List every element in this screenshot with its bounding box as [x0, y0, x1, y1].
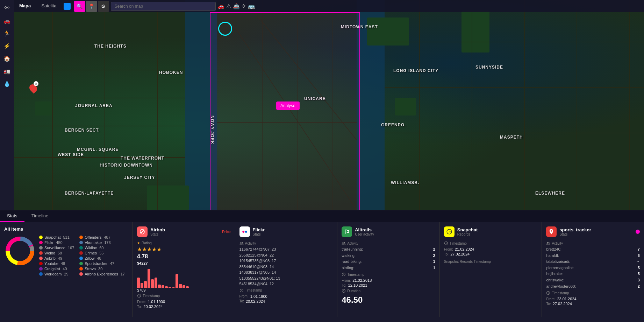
- items-col-2: Offenders 487 Vkontakte 173 Wikiloc 60: [79, 235, 125, 313]
- snapchat-from-row: From: 21.02.2024: [444, 247, 538, 251]
- lightning-icon[interactable]: ⚡: [2, 41, 12, 51]
- snapchat-logo: [444, 226, 455, 237]
- sports-app-name: sports_tracker: [559, 227, 633, 232]
- flickr-activity-list: 116672744@N07: 23 25582125@N04: 22 10154…: [239, 246, 333, 287]
- svg-rect-5: [395, 98, 416, 115]
- alltrails-logo: [342, 226, 352, 237]
- item-sportstracker: Sportstracker 47: [79, 261, 125, 266]
- truck-icon[interactable]: 🚛: [2, 66, 12, 76]
- airbnb-subtitle: Stats: [150, 232, 219, 236]
- transport-icons: 🚗 ⚠ 🚢 ✈ 🚌: [217, 3, 255, 9]
- snapchat-to-row: To: 27.02.2024: [444, 252, 538, 256]
- crimes-dot: [79, 251, 83, 255]
- snapchat-timestamp-section: Timestamp: [444, 241, 538, 245]
- flickr-logo: [239, 226, 250, 237]
- svg-rect-4: [461, 10, 489, 52]
- tab-satelita[interactable]: Satelita: [36, 0, 62, 12]
- flickr-from-row: From: 1.01.1900: [239, 294, 333, 299]
- airbnb-to-row: To: 20.02.2024: [137, 304, 231, 309]
- flickr-subtitle: Stats: [253, 232, 333, 236]
- airbnb-rating-value: 4.78: [137, 253, 231, 260]
- item-wikiloc: Wikiloc 60: [79, 246, 125, 250]
- airbnb-stars: ★★★★★: [137, 246, 231, 253]
- sports-tracker-card: sports_tracker Stats Activity brett240:7…: [542, 222, 644, 317]
- item-craigslist: Craigslist 40: [39, 267, 74, 271]
- flickr-to-row: To: 20.02.2024: [239, 299, 333, 303]
- bottom-panel: Stats Timeline All items: [0, 210, 644, 322]
- alltrails-activity-list: trail-running:2 walking:2 road-biking:1 …: [342, 246, 435, 271]
- flickr-dot: [39, 241, 43, 244]
- sports-title-group: sports_tracker Stats: [559, 227, 633, 236]
- worldcam-dot: [39, 272, 43, 276]
- item-youtube: Youtube 48: [39, 261, 74, 266]
- weibo-dot: [39, 251, 43, 255]
- car-icon[interactable]: 🚗: [2, 15, 12, 26]
- strava-dot: [79, 267, 83, 271]
- top-bar-icons: 🔍 📍 ⚙: [74, 1, 109, 12]
- tab-timeline[interactable]: Timeline: [24, 210, 56, 222]
- airbnb-rating-label: ★ Rating: [137, 241, 231, 245]
- items-col-1: Snapchat 511 Flickr 450 Surveillance 167: [39, 235, 74, 313]
- item-crimes: Crimes 55: [79, 251, 125, 255]
- item-surveillance: Surveillance 167: [39, 246, 74, 250]
- airbnb-price-bars: [137, 267, 231, 288]
- search-icon-btn[interactable]: 🔍: [74, 1, 85, 12]
- items-list: Snapchat 511 Flickr 450 Surveillance 167: [39, 235, 128, 313]
- home-icon[interactable]: 🏠: [2, 53, 12, 64]
- sports-to-row: To: 27.02.2024: [546, 302, 640, 306]
- map-type-toggle[interactable]: [64, 3, 71, 10]
- car-transport-icon[interactable]: 🚗: [217, 3, 224, 9]
- craigslist-dot: [39, 267, 43, 271]
- all-items-panel: All items: [0, 222, 133, 317]
- alltrails-to-row: To: 12.10.2021: [342, 283, 435, 287]
- item-vkontakte: Vkontakte 173: [79, 240, 125, 245]
- warning-transport-icon[interactable]: ⚠: [226, 3, 231, 9]
- panels-row: All items: [0, 222, 644, 317]
- boat-transport-icon[interactable]: 🚢: [233, 3, 240, 9]
- snapchat-header: Snapchat Records: [444, 226, 538, 237]
- youtube-dot: [39, 262, 43, 265]
- surveillance-dot: [39, 246, 43, 250]
- person-icon[interactable]: 🏃: [2, 28, 12, 38]
- airbnb-price-min: $789: [137, 288, 231, 292]
- eye-icon[interactable]: 👁: [2, 3, 12, 13]
- item-zillow: Zillow 48: [79, 256, 125, 260]
- donut-chart: [4, 235, 36, 267]
- flickr-title-group: Flickr Stats: [253, 227, 333, 236]
- bottom-tabs: Stats Timeline: [0, 210, 644, 222]
- tab-stats[interactable]: Stats: [0, 210, 24, 222]
- plane-transport-icon[interactable]: ✈: [242, 3, 246, 9]
- item-airbnb: Airbnb 49: [39, 256, 74, 260]
- map-search-input[interactable]: [111, 2, 216, 11]
- flickr-app-name: Flickr: [253, 227, 333, 232]
- pin-group-1[interactable]: 3: [30, 84, 37, 94]
- svg-rect-3: [367, 18, 409, 46]
- svg-point-325: [13, 244, 27, 258]
- item-offenders: Offenders 487: [79, 235, 125, 239]
- sports-header: sports_tracker Stats: [546, 226, 640, 237]
- item-snapchat: Snapchat 511: [39, 235, 74, 239]
- alltrails-title-group: Alltrails User activity: [355, 227, 435, 236]
- sports-expand-btn[interactable]: [636, 230, 640, 234]
- item-worldcam: Worldcam 29: [39, 272, 74, 276]
- sports-activity-label: Activity: [546, 241, 640, 245]
- sports-subtitle: Stats: [559, 232, 633, 236]
- svg-point-326: [242, 231, 244, 233]
- location-icon-btn[interactable]: 📍: [86, 1, 97, 12]
- item-airbnb-exp: Airbnb Experiences 17: [79, 272, 125, 276]
- settings-icon-btn[interactable]: ⚙: [98, 1, 109, 12]
- flickr-activity-label: Activity: [239, 241, 333, 245]
- top-bar: Mapa Satelita 🔍 📍 ⚙ 🚗 ⚠ 🚢 ✈ 🚌: [14, 0, 644, 12]
- sports-timestamp-section: Timestamp: [546, 291, 640, 295]
- analyse-button[interactable]: Analyse: [276, 102, 300, 110]
- alltrails-subtitle: User activity: [355, 232, 435, 236]
- tab-mapa[interactable]: Mapa: [14, 0, 36, 12]
- airbnb-card: Airbnb Stats Price ★ Rating ★★★★★ 4.78 $…: [133, 222, 235, 317]
- bus-transport-icon[interactable]: 🚌: [248, 3, 255, 9]
- all-items-title: All items: [4, 226, 128, 232]
- alltrails-app-name: Alltrails: [355, 227, 435, 232]
- water-icon[interactable]: 💧: [2, 78, 12, 89]
- snapchat-app-name: Snapchat: [457, 227, 538, 232]
- airbnb-exp-dot: [79, 272, 83, 276]
- item-weibo: Weibo 58: [39, 251, 74, 255]
